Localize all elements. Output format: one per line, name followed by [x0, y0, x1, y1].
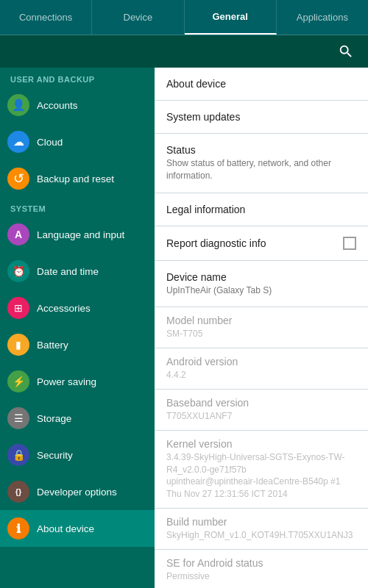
right-item-report-diagnostic[interactable]: Report diagnostic info [155, 226, 368, 261]
right-item-device-name[interactable]: Device name UpInTheAir (Galaxy Tab S) [155, 261, 368, 308]
right-item-title-status: Status [166, 144, 356, 156]
sidebar-item-label-cloud: Cloud [37, 137, 63, 148]
sidebar-item-label-datetime: Date and time [37, 266, 99, 277]
sidebar-item-label-accounts: Accounts [37, 100, 78, 111]
right-item-sub-android-version: 4.4.2 [166, 369, 356, 381]
right-item-model-number: Model number SM-T705 [155, 307, 368, 348]
section-label-system: SYSTEM [0, 197, 155, 216]
tab-bar: Connections Device General Applications [0, 0, 368, 35]
right-item-title-baseband-version: Baseband version [166, 397, 356, 409]
sidebar-item-about-device[interactable]: ℹ About device [0, 510, 155, 547]
sidebar-item-label-backup-reset: Backup and reset [37, 173, 114, 184]
sidebar-item-label-about-device: About device [37, 523, 94, 534]
datetime-icon: ⏰ [7, 260, 29, 282]
right-item-sub-kernel-version: 3.4.39-SkyHigh-Universal-SGTS-Exynos-TW-… [166, 451, 356, 501]
right-item-android-version: Android version 4.4.2 [155, 348, 368, 390]
accounts-icon: 👤 [7, 94, 29, 116]
sidebar-item-label-language: Language and input [37, 229, 124, 240]
right-item-title-device-name: Device name [166, 271, 356, 283]
right-item-title-android-version: Android version [166, 356, 356, 368]
right-item-title-model-number: Model number [166, 315, 356, 326]
storage-icon: ☰ [7, 407, 29, 429]
right-item-kernel-version: Kernel version 3.4.39-SkyHigh-Universal-… [155, 431, 368, 509]
sidebar-item-cloud[interactable]: ☁ Cloud [0, 123, 155, 160]
tab-device[interactable]: Device [92, 0, 184, 35]
sidebar-item-storage[interactable]: ☰ Storage [0, 400, 155, 437]
main-content: USER AND BACKUP 👤 Accounts ☁ Cloud ↺ Bac… [0, 68, 368, 588]
sidebar-item-label-security: Security [37, 450, 73, 461]
sidebar-item-battery[interactable]: ▮ Battery [0, 326, 155, 363]
right-item-sub-model-number: SM-T705 [166, 328, 356, 340]
right-item-title-legal-information: Legal information [166, 204, 356, 215]
search-bar [0, 35, 368, 68]
tab-applications[interactable]: Applications [277, 0, 368, 35]
cloud-icon: ☁ [7, 131, 29, 153]
sidebar-item-power-saving[interactable]: ⚡ Power saving [0, 363, 155, 400]
report-diagnostic-checkbox[interactable] [343, 237, 356, 250]
right-item-title-se-android-status: SE for Android status [166, 557, 356, 569]
sidebar-item-label-battery: Battery [37, 340, 68, 351]
accessories-icon: ⊞ [7, 297, 29, 319]
right-item-status[interactable]: Status Show status of battery, network, … [155, 134, 368, 193]
sidebar-item-backup-reset[interactable]: ↺ Backup and reset [0, 160, 155, 197]
sidebar-item-developer-options[interactable]: {} Developer options [0, 473, 155, 510]
search-button[interactable] [334, 40, 358, 63]
sidebar-item-label-accessories: Accessories [37, 303, 91, 314]
language-icon: A [7, 223, 29, 245]
backup-reset-icon: ↺ [7, 168, 29, 190]
right-item-baseband-version: Baseband version T705XXU1ANF7 [155, 390, 368, 431]
battery-icon: ▮ [7, 334, 29, 356]
right-item-legal-information[interactable]: Legal information [155, 193, 368, 226]
sidebar-item-security[interactable]: 🔒 Security [0, 437, 155, 473]
right-item-title-system-updates: System updates [166, 111, 356, 123]
sidebar-item-date-time[interactable]: ⏰ Date and time [0, 253, 155, 290]
right-item-about-device[interactable]: About device [155, 68, 368, 101]
sidebar-item-accounts[interactable]: 👤 Accounts [0, 87, 155, 123]
right-item-sub-baseband-version: T705XXU1ANF7 [166, 410, 356, 423]
sidebar-item-accessories[interactable]: ⊞ Accessories [0, 290, 155, 326]
tab-connections[interactable]: Connections [0, 0, 92, 35]
right-item-sub-status: Show status of battery, network, and oth… [166, 157, 356, 182]
sidebar-item-label-power-saving: Power saving [37, 376, 96, 387]
right-item-title-build-number: Build number [166, 516, 356, 528]
sidebar: USER AND BACKUP 👤 Accounts ☁ Cloud ↺ Bac… [0, 68, 155, 588]
sidebar-item-label-storage: Storage [37, 413, 71, 424]
security-icon: 🔒 [7, 444, 29, 466]
section-label-user-backup: USER AND BACKUP [0, 68, 155, 87]
power-saving-icon: ⚡ [7, 370, 29, 392]
right-item-row-diagnostic: Report diagnostic info [166, 237, 356, 250]
sidebar-item-label-developer-options: Developer options [37, 487, 117, 498]
about-device-icon: ℹ [7, 517, 29, 539]
right-item-sub-se-android-status: Permissive [166, 570, 356, 583]
right-item-title-report-diagnostic: Report diagnostic info [166, 237, 266, 249]
right-item-system-updates[interactable]: System updates [155, 101, 368, 134]
right-item-build-number: Build number SkyHigh_ROM_v1.0_KOT49H.T70… [155, 509, 368, 550]
right-item-se-android-status: SE for Android status Permissive [155, 550, 368, 588]
search-icon [338, 43, 354, 60]
tab-general[interactable]: General [185, 0, 277, 35]
right-item-sub-build-number: SkyHigh_ROM_v1.0_KOT49H.T705XXU1ANJ3 [166, 529, 356, 542]
right-panel: About device System updates Status Show … [155, 68, 368, 588]
right-item-sub-device-name: UpInTheAir (Galaxy Tab S) [166, 284, 356, 297]
developer-options-icon: {} [7, 481, 29, 503]
sidebar-item-language-input[interactable]: A Language and input [0, 216, 155, 253]
right-item-title-kernel-version: Kernel version [166, 438, 356, 450]
right-item-title-about-device: About device [166, 78, 356, 90]
